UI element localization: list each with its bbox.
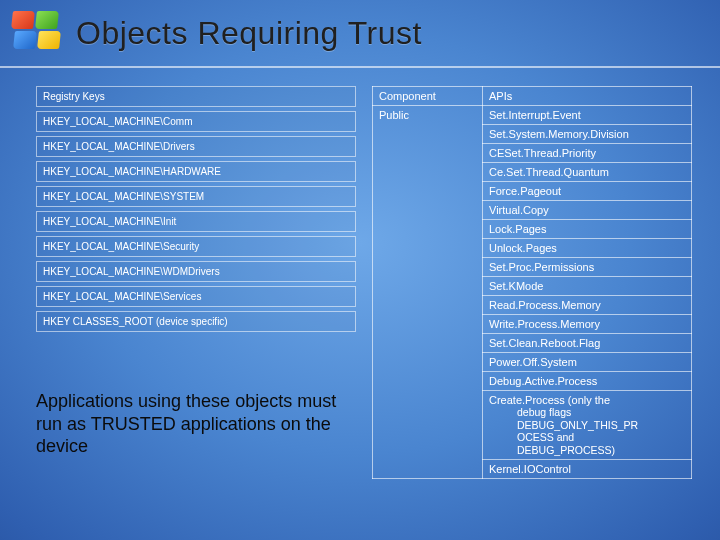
- column-header-component: Component: [373, 87, 483, 106]
- api-cell: Ce.Set.Thread.Quantum: [483, 163, 692, 182]
- registry-key: HKEY_LOCAL_MACHINE\Comm: [36, 111, 356, 132]
- api-cell: Create.Process (only the debug flags DEB…: [483, 391, 692, 460]
- component-cell: Public: [373, 106, 483, 479]
- page-title: Objects Requiring Trust: [76, 15, 422, 52]
- api-cell: Power.Off.System: [483, 353, 692, 372]
- api-cell: Set.Interrupt.Event: [483, 106, 692, 125]
- api-cell: Set.System.Memory.Division: [483, 125, 692, 144]
- api-cell: Write.Process.Memory: [483, 315, 692, 334]
- trust-note: Applications using these objects must ru…: [36, 390, 366, 458]
- api-cell: Force.Pageout: [483, 182, 692, 201]
- api-cell: Set.Clean.Reboot.Flag: [483, 334, 692, 353]
- api-cell-main: Create.Process (only the: [489, 394, 610, 406]
- api-cell: Kernel.IOControl: [483, 460, 692, 479]
- api-cell: Set.Proc.Permissions: [483, 258, 692, 277]
- registry-keys-panel: Registry Keys HKEY_LOCAL_MACHINE\Comm HK…: [36, 86, 356, 336]
- api-cell-sub: debug flags: [489, 406, 685, 419]
- slide: Objects Requiring Trust Registry Keys HK…: [0, 0, 720, 540]
- api-cell: Debug.Active.Process: [483, 372, 692, 391]
- api-cell: CESet.Thread.Priority: [483, 144, 692, 163]
- api-cell: Unlock.Pages: [483, 239, 692, 258]
- registry-key: HKEY_LOCAL_MACHINE\WDMDrivers: [36, 261, 356, 282]
- registry-key: HKEY_LOCAL_MACHINE\SYSTEM: [36, 186, 356, 207]
- windows-logo-icon: [12, 11, 62, 55]
- api-cell: Virtual.Copy: [483, 201, 692, 220]
- registry-key: HKEY_LOCAL_MACHINE\HARDWARE: [36, 161, 356, 182]
- registry-key: HKEY_LOCAL_MACHINE\Drivers: [36, 136, 356, 157]
- api-cell: Read.Process.Memory: [483, 296, 692, 315]
- registry-key: HKEY_LOCAL_MACHINE\Init: [36, 211, 356, 232]
- api-cell: Set.KMode: [483, 277, 692, 296]
- api-cell-sub: DEBUG_PROCESS): [489, 444, 685, 457]
- api-cell-sub: DEBUG_ONLY_THIS_PR: [489, 419, 685, 432]
- registry-key: HKEY_LOCAL_MACHINE\Security: [36, 236, 356, 257]
- apis-table: Component APIs Public Set.Interrupt.Even…: [372, 86, 692, 479]
- registry-key: HKEY_LOCAL_MACHINE\Services: [36, 286, 356, 307]
- registry-header: Registry Keys: [36, 86, 356, 107]
- registry-key: HKEY CLASSES_ROOT (device specific): [36, 311, 356, 332]
- api-cell-sub: OCESS and: [489, 431, 685, 444]
- title-bar: Objects Requiring Trust: [0, 0, 720, 68]
- column-header-apis: APIs: [483, 87, 692, 106]
- api-cell: Lock.Pages: [483, 220, 692, 239]
